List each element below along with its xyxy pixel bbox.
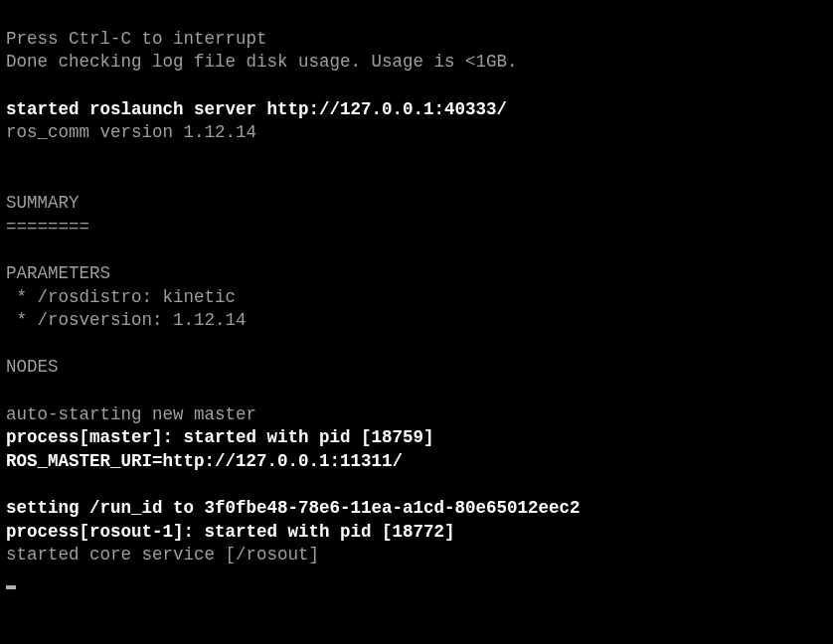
run-id-line: setting /run_id to 3f0fbe48-78e6-11ea-a1… [6, 498, 581, 518]
log-check-line: Done checking log file disk usage. Usage… [6, 52, 518, 72]
ros-comm-version: ros_comm version 1.12.14 [6, 122, 256, 142]
process-master-line: process[master]: started with pid [18759… [6, 427, 434, 447]
auto-start-line: auto-starting new master [6, 404, 256, 424]
process-rosout-line: process[rosout-1]: started with pid [187… [6, 522, 455, 542]
parameters-header: PARAMETERS [6, 263, 110, 283]
cursor-icon [6, 585, 16, 589]
started-server-url: http://127.0.0.1:40333/ [267, 99, 508, 119]
interrupt-hint: Press Ctrl-C to interrupt [6, 29, 267, 49]
param-rosversion: * /rosversion: 1.12.14 [6, 310, 247, 330]
summary-header: SUMMARY [6, 193, 80, 213]
summary-divider: ======== [6, 217, 89, 237]
started-core-line: started core service [/rosout] [6, 545, 319, 564]
roslaunch-server-line: started roslaunch server http://127.0.0.… [6, 99, 507, 119]
param-rosdistro: * /rosdistro: kinetic [6, 287, 236, 307]
ros-master-uri-line: ROS_MASTER_URI=http://127.0.0.1:11311/ [6, 451, 403, 471]
nodes-header: NODES [6, 357, 59, 377]
terminal-output: Press Ctrl-C to interrupt Done checking … [6, 4, 827, 591]
started-server-prefix: started roslaunch server [6, 99, 267, 119]
